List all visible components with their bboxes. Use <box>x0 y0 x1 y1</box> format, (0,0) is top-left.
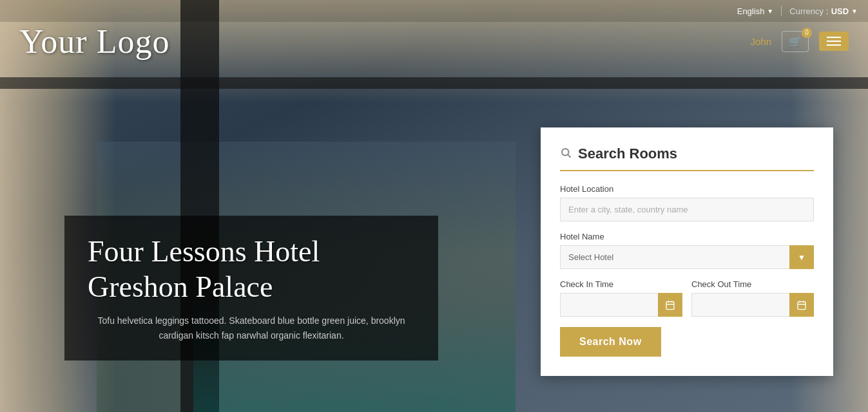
checkin-calendar-icon[interactable] <box>658 293 682 317</box>
svg-point-0 <box>562 149 569 156</box>
hotel-name-group: Hotel Name Select Hotel Hotel Grand Pala… <box>560 232 814 269</box>
menu-line-1 <box>827 37 841 38</box>
search-panel: Search Rooms Hotel Location Hotel Name S… <box>541 127 833 376</box>
search-now-button[interactable]: Search Now <box>560 327 661 357</box>
currency-label: Currency <box>789 6 824 16</box>
checkout-input-wrap <box>691 293 814 317</box>
hotel-location-label: Hotel Location <box>560 184 814 194</box>
checkout-calendar-icon[interactable] <box>789 293 814 317</box>
language-selector[interactable]: English ▼ <box>737 6 774 16</box>
hero-description: Tofu helvetica leggings tattooed. Skateb… <box>88 314 415 342</box>
menu-line-3 <box>827 44 841 46</box>
currency-chevron: ▼ <box>851 8 858 15</box>
checkin-group: Check In Time <box>560 279 682 317</box>
currency-selector[interactable]: Currency : USD ▼ <box>789 6 858 16</box>
checkout-label: Check Out Time <box>691 279 814 289</box>
language-chevron: ▼ <box>767 8 773 15</box>
hotel-location-input[interactable] <box>560 198 814 221</box>
language-label: English <box>737 6 765 16</box>
main-nav: Your Logo John 🛒 0 <box>0 22 868 61</box>
topbar-divider <box>781 6 782 16</box>
checkin-input-wrap <box>560 293 682 317</box>
checkout-group: Check Out Time <box>691 279 814 317</box>
search-header: Search Rooms <box>560 145 814 171</box>
hero-text-block: Four Lessons Hotel Greshon Palace Tofu h… <box>64 216 438 360</box>
topbar: English ▼ Currency : USD ▼ <box>0 0 868 22</box>
logo: Your Logo <box>19 23 169 61</box>
svg-rect-2 <box>666 301 674 309</box>
currency-separator: : <box>826 6 829 16</box>
hero-title: Four Lessons Hotel Greshon Palace <box>88 234 415 304</box>
hotel-name-select-wrapper: Select Hotel Hotel Grand Palace Inn Ocea… <box>560 245 814 269</box>
hamburger-menu-button[interactable] <box>819 32 849 51</box>
search-title: Search Rooms <box>578 145 677 162</box>
dark-bar <box>0 77 868 89</box>
nav-right: John 🛒 0 <box>750 31 849 52</box>
cart-button[interactable]: 🛒 0 <box>782 31 809 52</box>
svg-rect-6 <box>798 301 805 309</box>
menu-line-2 <box>827 41 841 42</box>
svg-line-1 <box>568 154 570 157</box>
hotel-location-group: Hotel Location <box>560 184 814 221</box>
hotel-name-label: Hotel Name <box>560 232 814 241</box>
user-name[interactable]: John <box>750 36 771 47</box>
checkin-label: Check In Time <box>560 279 682 289</box>
search-icon <box>560 147 572 161</box>
cart-icon: 🛒 <box>789 35 802 48</box>
cart-badge: 0 <box>802 28 812 38</box>
hotel-name-select[interactable]: Select Hotel Hotel Grand Palace Inn Ocea… <box>560 245 814 269</box>
date-row: Check In Time Check Out Time <box>560 279 814 317</box>
currency-value: USD <box>831 6 849 16</box>
